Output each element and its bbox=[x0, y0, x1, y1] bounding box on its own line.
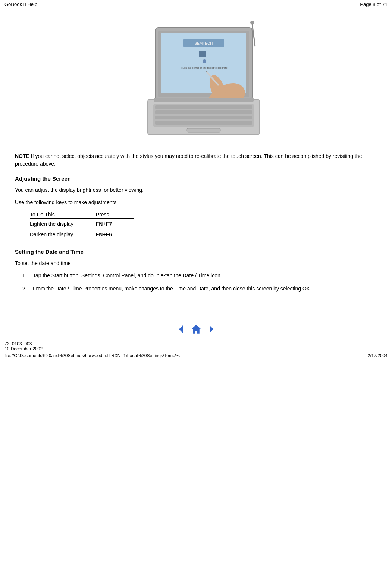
date-time-intro: To set the date and time bbox=[15, 259, 377, 267]
step-text: From the Date / Time Properties menu, ma… bbox=[33, 285, 377, 293]
svg-marker-22 bbox=[179, 325, 183, 333]
footer-meta: 72_0103_003 10 December 2002 bbox=[0, 341, 392, 352]
svg-rect-16 bbox=[155, 105, 252, 109]
table-row: Darken the displayFN+F6 bbox=[30, 229, 134, 240]
note-paragraph: NOTE If you cannot select objects accura… bbox=[15, 152, 377, 168]
svg-rect-17 bbox=[155, 110, 252, 114]
prev-icon bbox=[176, 324, 186, 334]
next-button[interactable] bbox=[205, 323, 217, 335]
footer-path-row: file://C:\Documents%20and%20Settings\har… bbox=[0, 353, 392, 358]
adjustments-table: To Do This... Press Lighten the displayF… bbox=[30, 211, 134, 240]
footer-navigation[interactable] bbox=[0, 323, 392, 335]
table-col2-header: Press bbox=[96, 211, 134, 219]
svg-rect-7 bbox=[199, 51, 206, 57]
date-time-section: Setting the Date and Time To set the dat… bbox=[15, 249, 377, 293]
adjust-para2: Use the following keys to make adjustmen… bbox=[15, 199, 377, 206]
page-header: GoBook II Help Page 8 of 71 bbox=[0, 0, 392, 9]
home-icon bbox=[190, 321, 202, 337]
svg-marker-24 bbox=[210, 325, 213, 333]
access-date: 2/17/2004 bbox=[368, 353, 388, 358]
key-cell: FN+F6 bbox=[96, 229, 134, 240]
file-path: file://C:\Documents%20and%20Settings\har… bbox=[4, 353, 183, 358]
next-icon bbox=[206, 324, 216, 334]
adjust-screen-heading: Adjusting the Screen bbox=[15, 175, 377, 182]
svg-point-8 bbox=[203, 59, 206, 63]
table-col1-header: To Do This... bbox=[30, 211, 96, 219]
svg-line-0 bbox=[252, 24, 255, 46]
step-number: 2. bbox=[22, 285, 30, 293]
steps-list: 1.Tap the Start button, Settings, Contro… bbox=[15, 272, 377, 293]
doc-date: 10 December 2002 bbox=[4, 346, 388, 352]
adjust-para1: You can adjust the display brightness fo… bbox=[15, 186, 377, 194]
step-number: 1. bbox=[22, 272, 30, 280]
svg-rect-21 bbox=[154, 98, 254, 102]
list-item: 2.From the Date / Time Properties menu, … bbox=[22, 285, 377, 293]
home-button[interactable] bbox=[190, 323, 202, 335]
footer-divider bbox=[0, 317, 392, 317]
svg-point-1 bbox=[250, 21, 254, 24]
svg-rect-20 bbox=[187, 128, 220, 132]
app-title: GoBook II Help bbox=[4, 1, 37, 7]
note-text: If you cannot select objects accurately … bbox=[15, 153, 362, 167]
list-item: 1.Tap the Start button, Settings, Contro… bbox=[22, 272, 377, 280]
date-time-heading: Setting the Date and Time bbox=[15, 249, 377, 255]
prev-button[interactable] bbox=[175, 323, 187, 335]
svg-rect-19 bbox=[155, 121, 252, 125]
step-text: Tap the Start button, Settings, Control … bbox=[33, 272, 377, 280]
doc-id: 72_0103_003 bbox=[4, 341, 388, 346]
action-cell: Lighten the display bbox=[30, 219, 96, 230]
main-content: SEMTECH Touch the center of the target t… bbox=[0, 9, 392, 305]
svg-marker-23 bbox=[191, 325, 201, 333]
page-info: Page 8 of 71 bbox=[360, 1, 388, 7]
key-cell: FN+F7 bbox=[96, 219, 134, 230]
laptop-image-container: SEMTECH Touch the center of the target t… bbox=[15, 16, 377, 143]
table-row: Lighten the displayFN+F7 bbox=[30, 219, 134, 230]
laptop-illustration: SEMTECH Touch the center of the target t… bbox=[118, 16, 275, 143]
action-cell: Darken the display bbox=[30, 229, 96, 240]
svg-text:SEMTECH: SEMTECH bbox=[194, 41, 213, 46]
note-label: NOTE bbox=[15, 153, 29, 159]
svg-text:Touch the center of the target: Touch the center of the target to calibr… bbox=[180, 66, 227, 69]
svg-rect-18 bbox=[155, 116, 252, 119]
